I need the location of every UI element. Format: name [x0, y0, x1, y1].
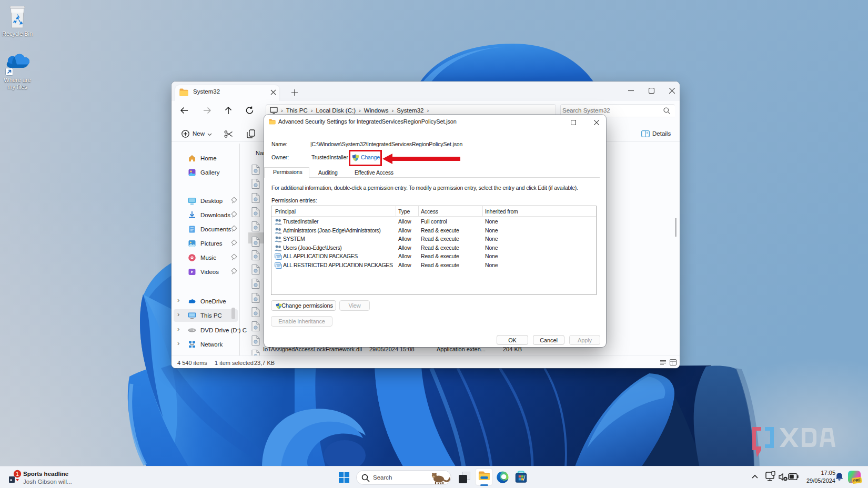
- svg-text:1: 1: [16, 471, 19, 477]
